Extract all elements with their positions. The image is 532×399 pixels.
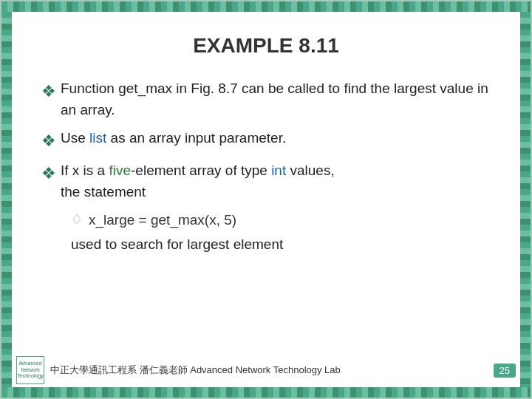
slide-container: EXAMPLE 8.11 ❖ Function get_max in Fig. … <box>0 0 532 399</box>
highlight-five: five <box>109 163 131 178</box>
slide-title: EXAMPLE 8.11 <box>41 34 491 58</box>
bullets-section: ❖ Function get_max in Fig. 8.7 can be ca… <box>41 78 491 372</box>
sub-item: ♢ x_large = get_max(x, 5) <box>71 210 491 231</box>
bullet-text-1: Function get_max in Fig. 8.7 can be call… <box>61 78 491 120</box>
sub-diamond: ♢ <box>71 210 83 230</box>
logo-line1: Advanced <box>18 361 41 366</box>
logo-box: Advanced Network Technology <box>16 356 44 384</box>
footer-left: Advanced Network Technology 中正大學通訊工程系 潘仁… <box>16 356 341 384</box>
bullet-item-2: ❖ Use list as an array input parameter. <box>41 128 491 153</box>
footer-institution: 中正大學通訊工程系 潘仁義老師 Advanced Network Technol… <box>50 364 341 377</box>
logo-line3: Technology <box>17 373 43 379</box>
used-line: used to search for largest element <box>71 234 491 256</box>
bullet-item-1: ❖ Function get_max in Fig. 8.7 can be ca… <box>41 78 491 120</box>
bullet-item-3: ❖ If x is a five-element array of type i… <box>41 160 491 202</box>
slide-content: EXAMPLE 8.11 ❖ Function get_max in Fig. … <box>12 12 520 387</box>
bullet-diamond-3: ❖ <box>41 161 56 185</box>
border-bottom <box>1 387 531 398</box>
border-top <box>1 1 531 12</box>
bullet-diamond-2: ❖ <box>41 129 56 153</box>
footer: Advanced Network Technology 中正大學通訊工程系 潘仁… <box>16 356 516 384</box>
sub-item-text: x_large = get_max(x, 5) <box>89 210 236 231</box>
bullet-text-3: If x is a five-element array of type int… <box>61 160 491 202</box>
logo-line2: Network <box>21 367 40 373</box>
page-number: 25 <box>494 364 516 378</box>
bullet-text-2: Use list as an array input parameter. <box>61 128 491 149</box>
border-right <box>520 12 531 387</box>
bullet-diamond-1: ❖ <box>41 79 56 103</box>
highlight-int: int <box>271 163 286 178</box>
highlight-list: list <box>89 130 106 146</box>
border-left <box>1 12 12 387</box>
